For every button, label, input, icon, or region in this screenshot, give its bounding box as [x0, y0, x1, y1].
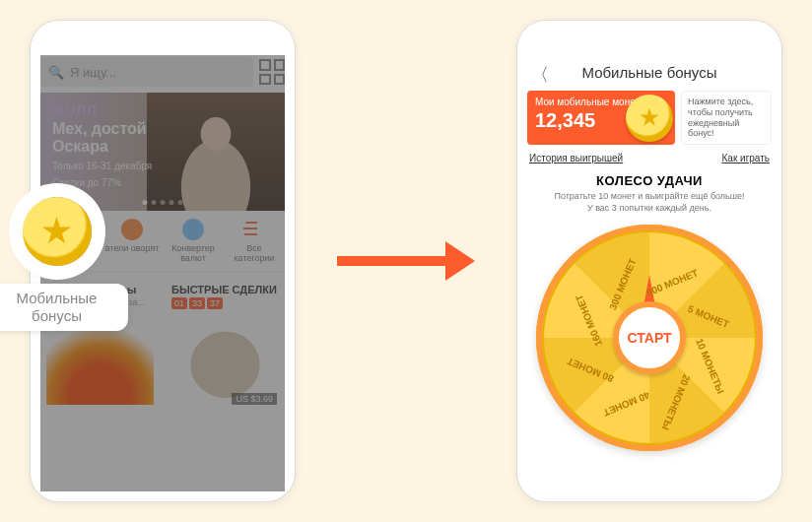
top-bar: 〈 Мобильные бонусы: [527, 55, 772, 89]
hero-image: [147, 93, 285, 211]
card-image: US $3.69: [171, 313, 279, 407]
start-button[interactable]: СТАРТ: [613, 301, 686, 374]
hero-discount: Скидки до 77%: [52, 177, 273, 188]
quick-item-converter[interactable]: Конвертер валют: [163, 211, 224, 271]
search-row: 🔍 Я ищу...: [40, 55, 285, 89]
callout-label: Мобильные бонусы: [0, 284, 128, 331]
back-button[interactable]: 〈: [531, 63, 549, 87]
history-link[interactable]: История выигрышей: [529, 153, 623, 163]
wheel-subtitle: Потратьте 10 монет и выиграйте ещё больш…: [527, 191, 772, 214]
menu-icon: [243, 219, 265, 240]
card-flash-deals[interactable]: БЫСТРЫЕ СДЕЛКИ 01 33 37 US $3.69: [166, 278, 285, 413]
daily-bonus-tip[interactable]: Нажмите здесь, чтобы получить ежедневный…: [681, 91, 772, 145]
mobile-bonuses-callout[interactable]: Мобильные бонусы: [0, 197, 128, 331]
carousel-dots: [143, 200, 183, 205]
converter-icon: [182, 219, 204, 240]
search-placeholder: Я ищу...: [70, 65, 116, 80]
arrow-icon: [337, 241, 475, 281]
coin-icon: [23, 197, 92, 266]
coin-icon[interactable]: [626, 95, 673, 142]
countdown-timer: 01 33 37: [171, 297, 279, 309]
hero-date: Только 16-31 декабря: [52, 161, 273, 171]
wheel-section: КОЛЕСО УДАЧИ Потратьте 10 монет и выигра…: [527, 173, 772, 450]
howto-link[interactable]: Как играть: [722, 153, 770, 163]
search-icon: 🔍: [48, 65, 64, 80]
balance-row: Мои мобильные монеты: 12,345 Нажмите зде…: [527, 91, 772, 145]
card-title: БЫСТРЫЕ СДЕЛКИ: [171, 284, 279, 295]
wheel-title: КОЛЕСО УДАЧИ: [527, 173, 772, 188]
hero-banner[interactable]: МОЛЛ Мех, достойный Оскара Только 16-31 …: [40, 93, 285, 211]
quick-label: Конвертер валют: [165, 243, 222, 263]
price-badge: US $3.69: [232, 393, 277, 405]
phone-bonuses: 〈 Мобильные бонусы Мои мобильные монеты:…: [516, 20, 782, 502]
page-title: Мобильные бонусы: [582, 64, 717, 81]
links-row: История выигрышей Как играть: [527, 153, 772, 163]
search-input[interactable]: 🔍 Я ищу...: [40, 57, 253, 87]
quick-item-categories[interactable]: Все категории: [224, 211, 285, 271]
quick-label: Все категории: [226, 243, 283, 263]
fortune-wheel[interactable]: СТАРТ 5 МОНЕТ10 МОНЕТЫ20 МОНЕТЫ40 МОНЕТ8…: [536, 225, 763, 451]
qr-scan-icon[interactable]: [259, 59, 285, 85]
